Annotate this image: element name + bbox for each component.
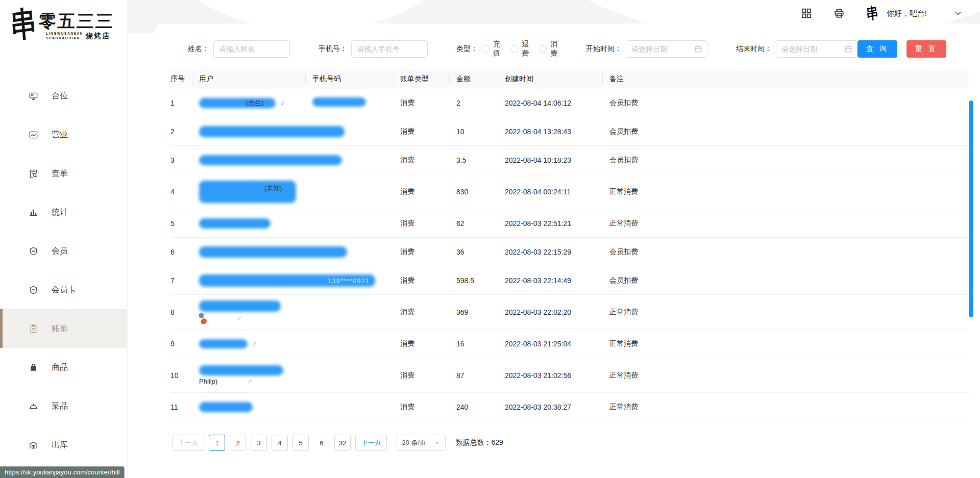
header-actions: 串 你好，吧台!: [801, 5, 963, 21]
redacted-user: [199, 402, 312, 412]
start-date-input[interactable]: [626, 40, 707, 58]
greeting-text: 你好，吧台!: [887, 9, 927, 18]
brand-title: 零五三三: [38, 11, 115, 31]
redacted-user: [199, 218, 312, 229]
end-time-label: 结束时间：: [736, 44, 772, 54]
row-index: 6: [170, 248, 199, 256]
created-time-cell: 2022-08-03 21:02:56: [505, 371, 609, 380]
page-button-1[interactable]: 1: [209, 435, 225, 451]
user-cell: (未知): [199, 181, 312, 203]
phone-input[interactable]: [351, 40, 428, 58]
page-button-2[interactable]: 2: [230, 435, 246, 451]
redaction-blob: [199, 98, 276, 108]
redacted-user: [199, 181, 312, 203]
redaction-blob: [199, 246, 347, 258]
apps-grid-icon[interactable]: [801, 8, 812, 19]
gender-icon: ♂: [280, 99, 285, 107]
redaction-blob: [199, 339, 248, 348]
page-button-4[interactable]: 4: [272, 435, 288, 451]
sidebar-item-business[interactable]: 营业: [0, 115, 127, 154]
sidebar-item-label: 会员卡: [52, 285, 76, 295]
avatar[interactable]: 串: [865, 2, 879, 24]
reset-button[interactable]: 重 置: [906, 40, 946, 58]
radio-label: 消费: [550, 40, 557, 58]
sidebar-item-member-cards[interactable]: 会员卡: [0, 270, 127, 309]
prev-page-button[interactable]: 上一页: [173, 435, 204, 451]
table-row: 9 ♂ 消费 16 2022-08-03 21:25:04 正常消费: [170, 330, 969, 358]
scrollbar-thumb[interactable]: [969, 100, 973, 317]
bill-type-cell: 消费: [400, 127, 456, 136]
radio-recharge[interactable]: 充值: [482, 40, 500, 58]
created-time-cell: 2022-08-04 13:28:43: [505, 128, 609, 136]
radio-refund[interactable]: 退费: [510, 40, 529, 58]
amount-cell: 10: [456, 128, 505, 136]
page-size-select[interactable]: 20 条/页: [397, 435, 446, 451]
printer-icon[interactable]: [834, 8, 845, 19]
brand-caption-cn: 烧烤店: [86, 32, 110, 41]
sidebar-item-outbound[interactable]: 出库: [0, 425, 127, 464]
sidebar-item-statistics[interactable]: 统计: [0, 193, 127, 232]
bar-chart-icon: [29, 208, 38, 217]
brand-logo: 串 零五三三 LINGWUSANSANSHAOKAODIAN 烧烤店: [10, 11, 114, 41]
remark-cell: 正常消费: [609, 371, 969, 380]
table-header: 序号 用户 手机号码 账单类型 金额 创建时间 备注: [170, 69, 969, 89]
page-button-6[interactable]: 6: [313, 435, 330, 451]
end-date-input[interactable]: [776, 40, 857, 58]
shopping-bag-icon: [29, 363, 38, 372]
sidebar-item-tables[interactable]: 台位: [0, 77, 127, 115]
col-created: 创建时间: [505, 74, 609, 84]
page-button-5[interactable]: 5: [292, 435, 309, 451]
sidebar-item-label: 统计: [52, 207, 68, 218]
table-row: 8 ♂ 消费 369 2022-08-03 22:02:20 正常消费: [170, 295, 969, 330]
sidebar-item-label: 商品: [52, 362, 68, 373]
radio-consume[interactable]: 消费: [539, 40, 557, 58]
row-index: 4: [170, 188, 199, 196]
chevron-down-icon[interactable]: [953, 9, 963, 18]
sidebar-item-bills[interactable]: 账单: [0, 309, 127, 348]
sidebar-item-order-lookup[interactable]: 查单: [0, 154, 127, 193]
page-size-value: 20 条/页: [402, 438, 426, 447]
page-button-3[interactable]: 3: [251, 435, 267, 451]
page-button-32[interactable]: 32: [334, 435, 351, 451]
emoji-dot: [199, 313, 204, 318]
remark-cell: 会员扣费: [609, 276, 969, 285]
sidebar-item-label: 营业: [52, 130, 68, 140]
created-time-cell: 2022-08-03 21:25:04: [505, 340, 609, 348]
table-row: 1 ♂(先生) 消费 2 2022-08-04 14:06:12 会员扣费: [170, 89, 969, 117]
created-time-cell: 2022-08-04 14:06:12: [505, 99, 609, 107]
row-index: 11: [170, 403, 199, 411]
row-index: 7: [170, 276, 199, 285]
sidebar-item-label: 账单: [52, 323, 68, 334]
next-page-button[interactable]: 下一页: [355, 435, 387, 451]
sidebar-item-goods[interactable]: 商品: [0, 348, 127, 387]
gender-icon: ♂: [236, 314, 242, 322]
sidebar-item-members[interactable]: 会员: [0, 232, 127, 270]
user-cell: [199, 126, 312, 137]
user-cell: 139****0921: [199, 274, 312, 287]
table-row: 2 消费 10 2022-08-04 13:28:43 会员扣费: [170, 117, 969, 146]
redaction-blob: [199, 300, 281, 312]
amount-cell: 3.5: [456, 156, 505, 164]
col-phone: 手机号码: [312, 74, 400, 84]
pagination: 上一页12345632下一页 20 条/页 数据总数：629: [173, 435, 969, 451]
document-search-icon: [29, 169, 38, 179]
col-bill-type: 账单类型: [400, 74, 456, 84]
brand-caption-en: LINGWUSANSANSHAOKAODIAN: [46, 32, 83, 41]
gender-icon: ♂: [247, 377, 253, 385]
user-cell: Philip)♂: [199, 365, 312, 385]
radio-icon: [482, 45, 489, 53]
redacted-user: ♂: [199, 339, 312, 348]
remark-cell: 会员扣费: [609, 156, 969, 165]
bill-type-cell: 消费: [400, 371, 456, 380]
remark-cell: 会员扣费: [609, 247, 969, 257]
search-button[interactable]: 查 询: [857, 40, 897, 58]
chart-image-icon: [29, 130, 38, 140]
sidebar-item-dishes[interactable]: 菜品: [0, 387, 127, 425]
name-input[interactable]: [213, 40, 290, 58]
emoji-stamp-icon: [199, 313, 207, 324]
redacted-user: [199, 365, 312, 375]
member-badge-icon: [29, 246, 38, 256]
user-cell: ♂: [199, 339, 312, 348]
table-row: 7 139****0921 消费 598.5 2022-08-03 22:14:…: [170, 266, 969, 295]
start-date-picker: [626, 40, 707, 58]
